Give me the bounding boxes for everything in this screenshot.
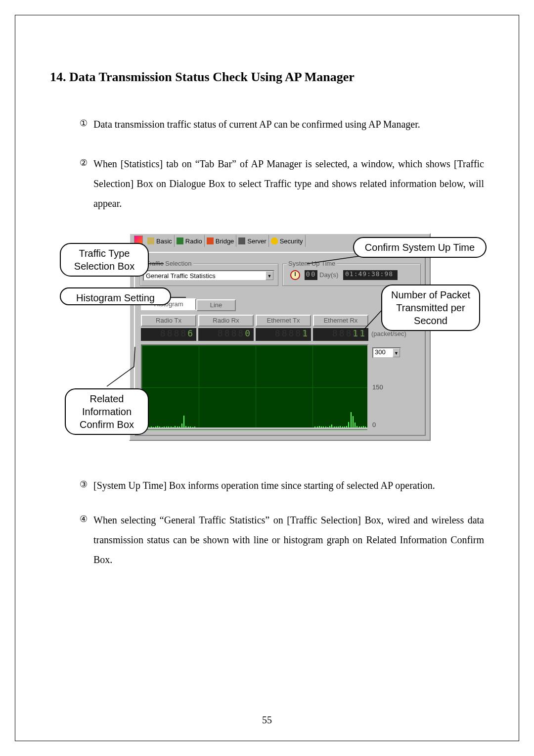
tick-mid: 150	[372, 383, 383, 391]
marker-4: ④	[80, 510, 93, 569]
chevron-down-icon: ▼	[393, 348, 400, 357]
chevron-down-icon: ▼	[266, 271, 273, 280]
page-number: 55	[15, 714, 519, 726]
radio-icon	[177, 237, 183, 244]
tab-security[interactable]: Security	[269, 235, 306, 247]
counter-ethernet-rx: 11	[313, 328, 368, 341]
tab-basic[interactable]: Basic	[145, 235, 175, 247]
list-item: ③ [System Up Time] Box informs operation…	[80, 475, 484, 495]
groupbox-title: System Up Time	[287, 260, 337, 267]
list-item: ④ When selecting “General Traffic Statis…	[80, 510, 484, 569]
dropdown-value: General Traffic Statistics	[146, 272, 216, 280]
statistics-panel: Traffic Selection General Traffic Statis…	[134, 252, 426, 436]
tab-label: Server	[247, 237, 266, 245]
callout-system-up-time: Confirm System Up Time	[353, 237, 487, 258]
item-4-text: When selecting “General Traffic Statisti…	[93, 510, 484, 569]
bridge-icon	[207, 237, 214, 244]
tick-zero: 0	[372, 421, 376, 428]
item-2-text: When [Statistics] tab on “Tab Bar” of AP…	[93, 154, 484, 213]
traffic-selection-dropdown[interactable]: General Traffic Statistics ▼	[143, 270, 274, 281]
counter-ethernet-tx: 1	[256, 328, 311, 341]
callout-packet-per-second: Number of Packet Transmitted per Second	[381, 284, 480, 331]
tab-label: Basic	[156, 237, 172, 245]
column-radio-rx[interactable]: Radio Rx	[198, 315, 254, 327]
list-item: ② When [Statistics] tab on “Tab Bar” of …	[80, 154, 484, 213]
callout-histogram-setting: Histogram Setting	[60, 287, 171, 305]
uptime-days-lcd: 00	[305, 270, 317, 280]
uptime-days-label: Day(s)	[319, 271, 338, 279]
callout-related-info: Related Information Confirm Box	[65, 388, 149, 435]
embedded-screenshot: Traffic Type Selection Box Histogram Set…	[50, 233, 485, 451]
scale-dropdown[interactable]: 300 ▼	[372, 347, 401, 358]
server-icon	[238, 237, 245, 244]
list-item: ① Data transmission traffic status of cu…	[80, 114, 484, 134]
tab-label: Radio	[185, 237, 202, 245]
item-3-text: [System Up Time] Box informs operation t…	[93, 475, 484, 495]
uptime-time-lcd: 01:49:38:98	[343, 270, 398, 280]
line-tab[interactable]: Line	[196, 299, 236, 311]
ap-manager-window: Basic Radio Bridge Server Security Traff…	[129, 233, 431, 441]
scale-value: 300	[375, 348, 386, 356]
column-ethernet-rx[interactable]: Ethernet Rx	[313, 315, 368, 327]
tab-bridge[interactable]: Bridge	[205, 235, 237, 247]
traffic-selection-box: Traffic Selection General Traffic Statis…	[140, 264, 278, 286]
security-icon	[271, 237, 278, 244]
marker-3: ③	[80, 475, 93, 495]
groupbox-title: Traffic Selection	[144, 260, 193, 267]
tab-label: Security	[280, 237, 303, 245]
tab-server[interactable]: Server	[236, 235, 268, 247]
item-1-text: Data transmission traffic status of curr…	[93, 114, 484, 134]
basic-icon	[147, 237, 154, 244]
marker-1: ①	[80, 114, 93, 134]
counter-radio-rx: 0	[198, 328, 254, 341]
counter-radio-tx: 6	[141, 328, 196, 341]
related-information-confirm-box	[141, 344, 368, 428]
section-heading: 14. Data Transmission Status Check Using…	[50, 70, 484, 85]
column-radio-tx[interactable]: Radio Tx	[141, 315, 196, 327]
callout-traffic-selection: Traffic Type Selection Box	[60, 243, 149, 277]
clock-icon	[290, 270, 300, 280]
marker-2: ②	[80, 154, 93, 213]
unit-label: (packet/sec)	[371, 330, 406, 337]
tab-label: Bridge	[216, 237, 234, 245]
tab-radio[interactable]: Radio	[175, 235, 205, 247]
column-ethernet-tx[interactable]: Ethernet Tx	[256, 315, 311, 327]
system-up-time-box: System Up Time 00 Day(s) 01:49:38:98	[282, 264, 421, 286]
